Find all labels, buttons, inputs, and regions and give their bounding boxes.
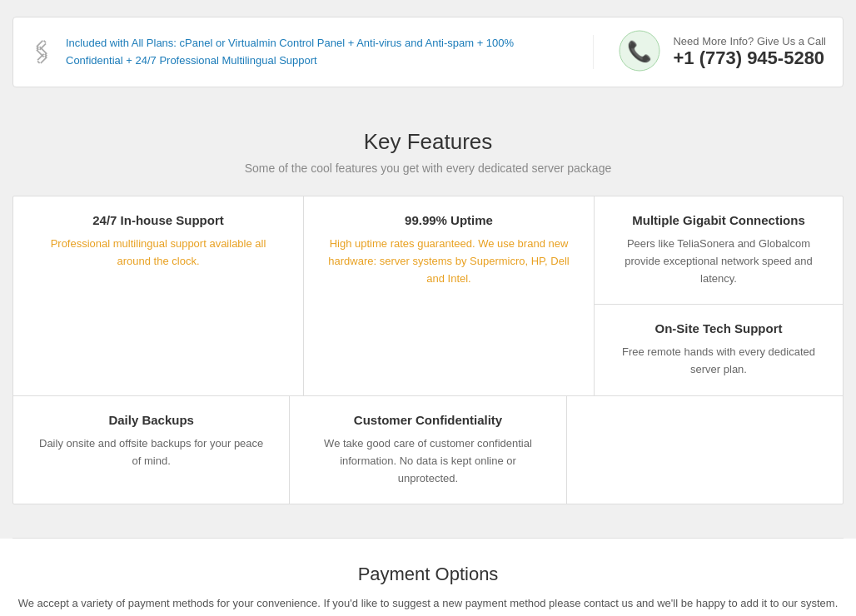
feature-onsite-title: On-Site Tech Support bbox=[615, 321, 822, 335]
contact-info: Need More Info? Give Us a Call +1 (773) … bbox=[673, 35, 826, 69]
feature-right-column: Multiple Gigabit Connections Peers like … bbox=[595, 196, 843, 395]
info-banner: 🖇 Included with All Plans: cPanel or Vir… bbox=[12, 17, 844, 87]
info-banner-text: Included with All Plans: cPanel or Virtu… bbox=[66, 35, 568, 70]
feature-onsite: On-Site Tech Support Free remote hands w… bbox=[595, 305, 843, 395]
feature-row2-spacer bbox=[566, 396, 843, 504]
payment-desc: We accept a variety of payment methods f… bbox=[12, 595, 844, 612]
feature-backups: Daily Backups Daily onsite and offsite b… bbox=[13, 396, 290, 504]
feature-confidentiality: Customer Confidentiality We take good ca… bbox=[290, 396, 565, 504]
feature-confidentiality-desc: We take good care of customer confidenti… bbox=[311, 435, 545, 487]
features-row-1: 24/7 In-house Support Professional multi… bbox=[13, 196, 843, 396]
feature-gigabit-title: Multiple Gigabit Connections bbox=[615, 213, 822, 227]
feature-support-desc: Professional multilingual support availa… bbox=[34, 236, 282, 271]
svg-text:📞: 📞 bbox=[627, 39, 652, 63]
payment-title: Payment Options bbox=[12, 564, 844, 585]
phone-number: +1 (773) 945-5280 bbox=[673, 47, 826, 69]
feature-confidentiality-title: Customer Confidentiality bbox=[311, 413, 545, 427]
info-banner-left: 🖇 Included with All Plans: cPanel or Vir… bbox=[30, 35, 594, 70]
key-features-subtitle: Some of the cool features you get with e… bbox=[12, 161, 844, 175]
phone-icon: 📞 bbox=[619, 30, 660, 72]
paperclip-icon: 🖇 bbox=[23, 34, 59, 70]
feature-support: 24/7 In-house Support Professional multi… bbox=[13, 196, 304, 395]
feature-backups-title: Daily Backups bbox=[34, 413, 268, 427]
features-grid: 24/7 In-house Support Professional multi… bbox=[12, 196, 844, 504]
payment-section: Payment Options We accept a variety of p… bbox=[0, 539, 856, 616]
features-row-2: Daily Backups Daily onsite and offsite b… bbox=[13, 396, 843, 504]
key-features-title: Key Features bbox=[12, 129, 844, 155]
feature-uptime: 99.99% Uptime High uptime rates guarante… bbox=[304, 196, 595, 395]
feature-gigabit-desc: Peers like TeliaSonera and Globalcom pro… bbox=[615, 236, 822, 287]
feature-support-title: 24/7 In-house Support bbox=[34, 213, 282, 227]
page-wrapper: 🖇 Included with All Plans: cPanel or Vir… bbox=[0, 17, 856, 616]
need-info-text: Need More Info? Give Us a Call bbox=[673, 35, 826, 47]
key-features-section: Key Features Some of the cool features y… bbox=[0, 104, 856, 538]
feature-onsite-desc: Free remote hands with every dedicated s… bbox=[615, 344, 822, 379]
phone-icon-wrapper: 📞 bbox=[619, 30, 660, 74]
info-banner-right: 📞 Need More Info? Give Us a Call +1 (773… bbox=[594, 30, 826, 74]
feature-uptime-desc: High uptime rates guaranteed. We use bra… bbox=[325, 236, 573, 287]
feature-gigabit: Multiple Gigabit Connections Peers like … bbox=[595, 196, 843, 305]
feature-backups-desc: Daily onsite and offsite backups for you… bbox=[34, 435, 268, 470]
feature-uptime-title: 99.99% Uptime bbox=[325, 213, 573, 227]
